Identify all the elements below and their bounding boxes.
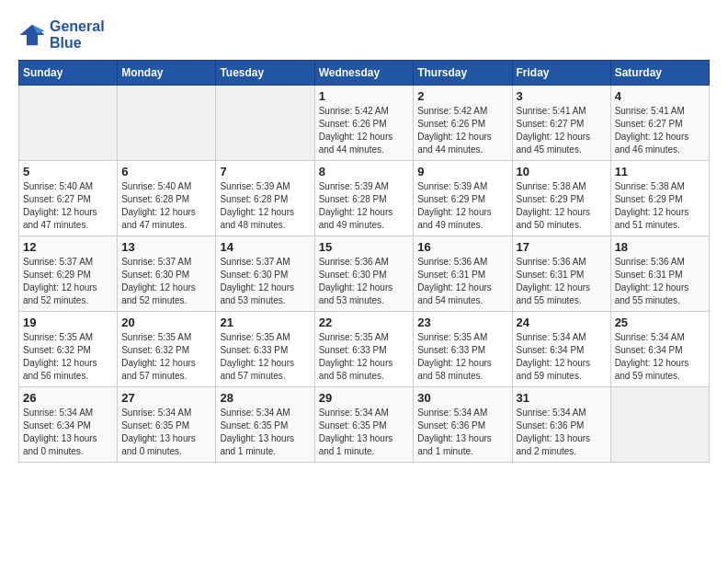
day-cell — [118, 86, 216, 161]
day-number: 15 — [319, 240, 410, 254]
logo-text: General Blue — [50, 18, 105, 51]
day-cell: 18 Sunrise: 5:36 AM Sunset: 6:31 PM Dayl… — [610, 236, 709, 312]
day-number: 29 — [319, 391, 410, 405]
day-info: Sunrise: 5:34 AM Sunset: 6:36 PM Dayligh… — [417, 407, 507, 458]
day-number: 28 — [220, 391, 310, 405]
day-cell: 12 Sunrise: 5:37 AM Sunset: 6:29 PM Dayl… — [19, 236, 118, 312]
day-cell: 11 Sunrise: 5:38 AM Sunset: 6:29 PM Dayl… — [610, 161, 709, 236]
day-info: Sunrise: 5:35 AM Sunset: 6:33 PM Dayligh… — [220, 331, 310, 383]
week-row-2: 5 Sunrise: 5:40 AM Sunset: 6:27 PM Dayli… — [19, 161, 710, 236]
day-number: 5 — [23, 165, 113, 178]
day-number: 25 — [615, 316, 705, 329]
day-cell — [19, 86, 118, 161]
week-row-4: 19 Sunrise: 5:35 AM Sunset: 6:32 PM Dayl… — [19, 312, 710, 387]
day-info: Sunrise: 5:40 AM Sunset: 6:28 PM Dayligh… — [121, 180, 211, 232]
day-cell: 24 Sunrise: 5:34 AM Sunset: 6:34 PM Dayl… — [512, 312, 610, 387]
day-number: 31 — [517, 391, 607, 405]
day-number: 4 — [615, 89, 705, 103]
day-info: Sunrise: 5:36 AM Sunset: 6:31 PM Dayligh… — [517, 256, 607, 307]
day-info: Sunrise: 5:42 AM Sunset: 6:26 PM Dayligh… — [319, 105, 410, 156]
day-cell: 10 Sunrise: 5:38 AM Sunset: 6:29 PM Dayl… — [512, 161, 610, 236]
day-cell: 26 Sunrise: 5:34 AM Sunset: 6:34 PM Dayl… — [19, 387, 118, 463]
day-cell: 4 Sunrise: 5:41 AM Sunset: 6:27 PM Dayli… — [610, 86, 709, 161]
day-info: Sunrise: 5:35 AM Sunset: 6:32 PM Dayligh… — [23, 331, 113, 383]
day-info: Sunrise: 5:36 AM Sunset: 6:31 PM Dayligh… — [417, 256, 507, 307]
day-number: 1 — [319, 89, 410, 103]
day-cell: 21 Sunrise: 5:35 AM Sunset: 6:33 PM Dayl… — [216, 312, 314, 387]
day-number: 8 — [319, 165, 410, 178]
day-info: Sunrise: 5:38 AM Sunset: 6:29 PM Dayligh… — [615, 180, 705, 232]
day-info: Sunrise: 5:34 AM Sunset: 6:36 PM Dayligh… — [517, 407, 607, 458]
day-info: Sunrise: 5:36 AM Sunset: 6:31 PM Dayligh… — [615, 256, 705, 307]
col-header-friday: Friday — [512, 61, 610, 86]
svg-marker-0 — [20, 24, 45, 45]
col-header-wednesday: Wednesday — [314, 61, 414, 86]
day-info: Sunrise: 5:34 AM Sunset: 6:35 PM Dayligh… — [319, 407, 410, 458]
day-info: Sunrise: 5:38 AM Sunset: 6:29 PM Dayligh… — [517, 180, 607, 232]
week-row-5: 26 Sunrise: 5:34 AM Sunset: 6:34 PM Dayl… — [19, 387, 710, 463]
day-number: 6 — [121, 165, 211, 178]
day-info: Sunrise: 5:39 AM Sunset: 6:29 PM Dayligh… — [417, 180, 507, 232]
day-cell: 15 Sunrise: 5:36 AM Sunset: 6:30 PM Dayl… — [314, 236, 414, 312]
day-number: 23 — [417, 316, 507, 329]
day-info: Sunrise: 5:37 AM Sunset: 6:29 PM Dayligh… — [23, 256, 113, 307]
day-info: Sunrise: 5:34 AM Sunset: 6:34 PM Dayligh… — [615, 331, 705, 383]
day-info: Sunrise: 5:42 AM Sunset: 6:26 PM Dayligh… — [417, 105, 507, 156]
day-info: Sunrise: 5:39 AM Sunset: 6:28 PM Dayligh… — [220, 180, 310, 232]
logo-icon — [18, 21, 46, 49]
day-number: 27 — [121, 391, 211, 405]
day-info: Sunrise: 5:39 AM Sunset: 6:28 PM Dayligh… — [319, 180, 410, 232]
col-header-monday: Monday — [118, 61, 216, 86]
day-cell: 1 Sunrise: 5:42 AM Sunset: 6:26 PM Dayli… — [314, 86, 414, 161]
day-cell: 31 Sunrise: 5:34 AM Sunset: 6:36 PM Dayl… — [512, 387, 610, 463]
header: General Blue — [18, 18, 710, 51]
day-info: Sunrise: 5:37 AM Sunset: 6:30 PM Dayligh… — [220, 256, 310, 307]
day-cell: 16 Sunrise: 5:36 AM Sunset: 6:31 PM Dayl… — [414, 236, 512, 312]
day-number: 30 — [417, 391, 507, 405]
day-number: 17 — [517, 240, 607, 254]
week-row-3: 12 Sunrise: 5:37 AM Sunset: 6:29 PM Dayl… — [19, 236, 710, 312]
day-number: 21 — [220, 316, 310, 329]
day-cell: 19 Sunrise: 5:35 AM Sunset: 6:32 PM Dayl… — [19, 312, 118, 387]
day-info: Sunrise: 5:35 AM Sunset: 6:32 PM Dayligh… — [121, 331, 211, 383]
day-cell: 29 Sunrise: 5:34 AM Sunset: 6:35 PM Dayl… — [314, 387, 414, 463]
day-number: 14 — [220, 240, 310, 254]
day-number: 22 — [319, 316, 410, 329]
day-number: 7 — [220, 165, 310, 178]
day-cell: 28 Sunrise: 5:34 AM Sunset: 6:35 PM Dayl… — [216, 387, 314, 463]
day-cell: 9 Sunrise: 5:39 AM Sunset: 6:29 PM Dayli… — [414, 161, 512, 236]
day-info: Sunrise: 5:41 AM Sunset: 6:27 PM Dayligh… — [615, 105, 705, 156]
day-info: Sunrise: 5:34 AM Sunset: 6:35 PM Dayligh… — [121, 407, 211, 458]
day-cell: 30 Sunrise: 5:34 AM Sunset: 6:36 PM Dayl… — [414, 387, 512, 463]
day-cell: 7 Sunrise: 5:39 AM Sunset: 6:28 PM Dayli… — [216, 161, 314, 236]
day-cell: 20 Sunrise: 5:35 AM Sunset: 6:32 PM Dayl… — [118, 312, 216, 387]
day-number: 13 — [121, 240, 211, 254]
day-number: 9 — [417, 165, 507, 178]
week-row-1: 1 Sunrise: 5:42 AM Sunset: 6:26 PM Dayli… — [19, 86, 710, 161]
day-number: 12 — [23, 240, 113, 254]
day-info: Sunrise: 5:34 AM Sunset: 6:34 PM Dayligh… — [517, 331, 607, 383]
day-cell: 2 Sunrise: 5:42 AM Sunset: 6:26 PM Dayli… — [414, 86, 512, 161]
day-number: 26 — [23, 391, 113, 405]
day-cell: 22 Sunrise: 5:35 AM Sunset: 6:33 PM Dayl… — [314, 312, 414, 387]
day-cell: 17 Sunrise: 5:36 AM Sunset: 6:31 PM Dayl… — [512, 236, 610, 312]
day-cell: 6 Sunrise: 5:40 AM Sunset: 6:28 PM Dayli… — [118, 161, 216, 236]
day-cell: 14 Sunrise: 5:37 AM Sunset: 6:30 PM Dayl… — [216, 236, 314, 312]
day-cell: 23 Sunrise: 5:35 AM Sunset: 6:33 PM Dayl… — [414, 312, 512, 387]
col-header-tuesday: Tuesday — [216, 61, 314, 86]
day-number: 18 — [615, 240, 705, 254]
day-cell: 27 Sunrise: 5:34 AM Sunset: 6:35 PM Dayl… — [118, 387, 216, 463]
day-number: 2 — [417, 89, 507, 103]
col-header-sunday: Sunday — [19, 61, 118, 86]
day-cell: 13 Sunrise: 5:37 AM Sunset: 6:30 PM Dayl… — [118, 236, 216, 312]
day-info: Sunrise: 5:34 AM Sunset: 6:35 PM Dayligh… — [220, 407, 310, 458]
day-info: Sunrise: 5:34 AM Sunset: 6:34 PM Dayligh… — [23, 407, 113, 458]
day-info: Sunrise: 5:41 AM Sunset: 6:27 PM Dayligh… — [517, 105, 607, 156]
day-number: 20 — [121, 316, 211, 329]
day-number: 24 — [517, 316, 607, 329]
logo: General Blue — [18, 18, 105, 51]
day-number: 10 — [517, 165, 607, 178]
day-cell: 5 Sunrise: 5:40 AM Sunset: 6:27 PM Dayli… — [19, 161, 118, 236]
day-info: Sunrise: 5:35 AM Sunset: 6:33 PM Dayligh… — [417, 331, 507, 383]
day-info: Sunrise: 5:36 AM Sunset: 6:30 PM Dayligh… — [319, 256, 410, 307]
